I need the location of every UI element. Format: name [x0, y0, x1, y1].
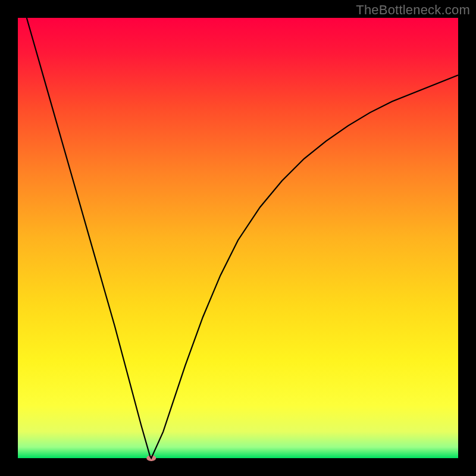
- plot-background: [18, 18, 458, 458]
- watermark-text: TheBottleneck.com: [356, 2, 470, 18]
- chart-container: TheBottleneck.com: [0, 0, 476, 476]
- chart-svg: [0, 0, 476, 476]
